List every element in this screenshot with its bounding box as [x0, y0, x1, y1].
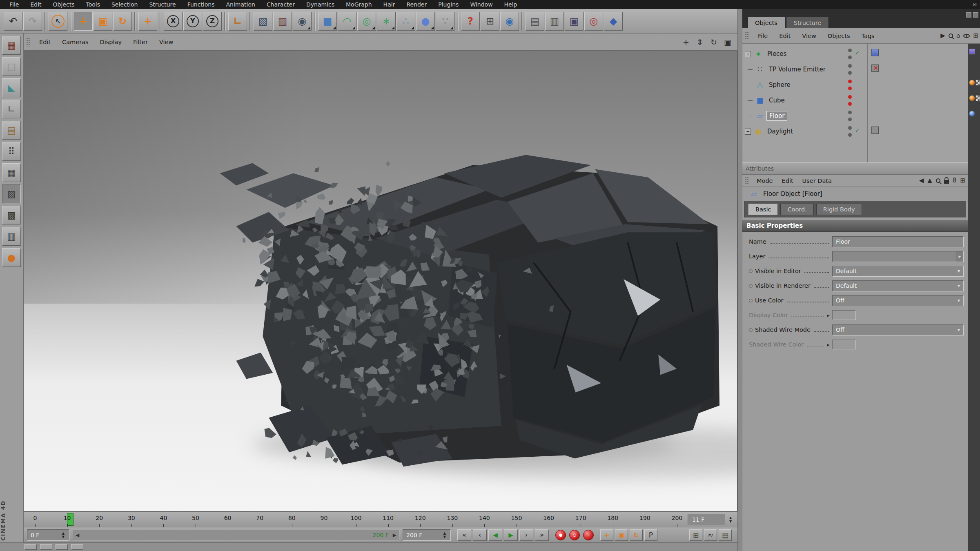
color-mode-button[interactable]: ●: [2, 248, 21, 267]
enable-check-icon[interactable]: ✓: [855, 127, 860, 133]
goto-end-button[interactable]: »: [535, 529, 549, 541]
dock-tab[interactable]: [71, 544, 83, 550]
visibility-dot-gray[interactable]: [848, 49, 852, 52]
fcurve-button[interactable]: ≈: [704, 529, 717, 541]
visibility-dot-red[interactable]: [848, 87, 852, 90]
eye-icon[interactable]: [963, 34, 970, 38]
key-scale-button[interactable]: ▣: [615, 529, 628, 541]
play-forwards-button[interactable]: ▶: [504, 529, 518, 541]
enable-dot[interactable]: [749, 328, 753, 332]
up-arrow-icon[interactable]: ▲: [927, 178, 932, 184]
prev-key-button[interactable]: ‹: [473, 529, 487, 541]
visibility-dot-gray[interactable]: [848, 71, 852, 75]
object-name[interactable]: Sphere: [766, 80, 793, 89]
toggle-view-icon[interactable]: ▣: [722, 36, 733, 48]
field-layerbox[interactable]: ▸: [832, 251, 964, 262]
menu-hair[interactable]: Hair: [378, 0, 401, 9]
om-menu-view[interactable]: View: [796, 27, 822, 44]
enable-check-icon[interactable]: ✓: [855, 50, 860, 56]
visibility-dot-gray[interactable]: [848, 64, 852, 68]
texture-axis-mode-button[interactable]: ◣: [2, 78, 21, 97]
coord-system-button[interactable]: ∟: [228, 12, 247, 31]
expand-arrow-icon[interactable]: ▸: [827, 342, 830, 348]
add-primitive-button[interactable]: ■: [318, 12, 337, 31]
menu-tools[interactable]: Tools: [80, 0, 105, 9]
menu-plugins[interactable]: Plugins: [433, 0, 464, 9]
add-deformer-button[interactable]: ∵: [436, 12, 454, 31]
make-editable-button[interactable]: ▦: [2, 36, 21, 55]
visibility-dots[interactable]: [847, 95, 853, 106]
window-icon[interactable]: ⊠: [973, 2, 977, 7]
snap-settings-button[interactable]: ⊞: [481, 12, 499, 31]
om-menu-file[interactable]: File: [752, 27, 773, 44]
expand-icon[interactable]: +: [745, 51, 751, 57]
gray-x-chip-tag[interactable]: [871, 64, 879, 72]
timeline-ruler[interactable]: 11 F ▲▼ 01020304050607080901001101201301…: [24, 511, 737, 527]
field-select-visible-in-renderer[interactable]: Default▾: [832, 280, 964, 291]
panel-grip[interactable]: [745, 176, 749, 185]
attr-menu-user-data[interactable]: User Data: [798, 175, 836, 187]
texture-mode-button[interactable]: ▩: [2, 206, 21, 224]
bodypaint-button[interactable]: ◆: [604, 12, 623, 31]
menu-render[interactable]: Render: [401, 0, 432, 9]
current-frame-field[interactable]: 11 F: [688, 514, 725, 525]
search-icon[interactable]: [949, 33, 953, 38]
visibility-dots[interactable]: [847, 80, 853, 90]
range-end-field[interactable]: 200 F ▲▼: [403, 529, 451, 541]
menu-selection[interactable]: Selection: [106, 0, 143, 9]
menu-mograph[interactable]: MoGraph: [341, 0, 377, 9]
menu-edit[interactable]: Edit: [25, 0, 47, 9]
object-name[interactable]: Floor: [766, 111, 787, 121]
key-rotation-button[interactable]: ↻: [630, 529, 643, 541]
attr-tab-coord-[interactable]: Coord.: [780, 204, 813, 215]
panel-splitter[interactable]: [737, 9, 742, 551]
pla-grid-button[interactable]: ⊞: [689, 529, 702, 541]
om-menu-objects[interactable]: Objects: [822, 27, 856, 44]
color-swatch[interactable]: [832, 310, 856, 320]
online-help-button[interactable]: ◉: [500, 12, 519, 31]
live-selection-button[interactable]: ↖: [49, 12, 67, 31]
key-position-button[interactable]: +: [600, 529, 613, 541]
add-particles-button[interactable]: ∴: [396, 12, 415, 31]
attr-tab-rigid-body[interactable]: Rigid Body: [816, 204, 862, 215]
field-input-name[interactable]: Floor: [832, 236, 964, 247]
tab-structure[interactable]: Structure: [786, 17, 829, 28]
search-icon[interactable]: [936, 178, 940, 183]
viewport-menu-filter[interactable]: Filter: [127, 33, 154, 51]
expand-arrow-icon[interactable]: ▸: [827, 312, 830, 318]
menu-structure[interactable]: Structure: [144, 0, 181, 9]
range-end-stepper[interactable]: ▲▼: [442, 531, 447, 539]
lock-icon[interactable]: [944, 180, 949, 184]
panel-grip[interactable]: [26, 38, 30, 47]
orange-ball-tag[interactable]: [969, 80, 975, 86]
add-generator-button[interactable]: ◎: [357, 12, 376, 31]
visibility-dot-gray[interactable]: [848, 56, 852, 59]
viewport-menu-edit[interactable]: Edit: [33, 33, 56, 51]
object-row-cube[interactable]: ■Cube: [742, 93, 968, 108]
object-axis-mode-button[interactable]: ▤: [2, 121, 21, 140]
undo-button[interactable]: ↶: [4, 12, 22, 31]
field-select-shaded-wire-mode[interactable]: Off▾: [832, 324, 964, 335]
visibility-dot-red[interactable]: [848, 95, 852, 99]
blue-chip-tag[interactable]: [871, 49, 879, 56]
gray-chip-tag[interactable]: [871, 127, 879, 134]
grid-icon[interactable]: ⊞: [973, 33, 978, 39]
enable-dot[interactable]: [749, 299, 753, 302]
object-name[interactable]: TP Volume Emitter: [766, 65, 828, 74]
menu-file[interactable]: File: [4, 0, 24, 9]
enable-dot[interactable]: [749, 269, 753, 273]
visibility-dots[interactable]: [847, 64, 853, 75]
add-spline-button[interactable]: ◠: [338, 12, 356, 31]
rotate-view-icon[interactable]: ↻: [708, 36, 719, 48]
autokeying-button[interactable]: ○: [569, 530, 580, 540]
render-picture-viewer-button[interactable]: ▨: [273, 12, 292, 31]
dock-tab[interactable]: [24, 544, 37, 550]
redo-button[interactable]: ↷: [23, 12, 42, 31]
object-row-floor[interactable]: ▱Floor: [742, 108, 968, 124]
move-tool-button[interactable]: +: [74, 12, 93, 31]
panel-arrow-icon[interactable]: ▶: [940, 33, 945, 39]
object-row-pieces[interactable]: +∗Pieces✓: [742, 46, 968, 62]
dock-icon[interactable]: [966, 12, 971, 18]
checker-tag[interactable]: [976, 80, 980, 86]
checker-tag[interactable]: [976, 95, 980, 101]
